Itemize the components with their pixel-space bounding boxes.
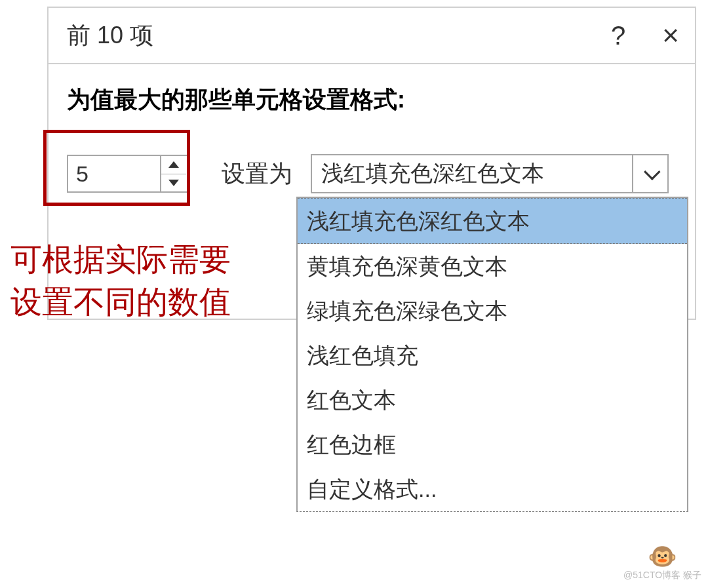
spinner-buttons [160, 156, 186, 191]
annotation-text: 可根据实际需要 设置不同的数值 [10, 239, 231, 324]
dropdown-option[interactable]: 黄填充色深黄色文本 [298, 244, 687, 288]
control-row: 设置为 [67, 154, 677, 193]
monkey-icon: 🐵 [648, 545, 677, 568]
dialog-title: 前 10 项 [67, 20, 611, 52]
caret-up-icon [168, 161, 179, 168]
close-icon[interactable]: × [662, 21, 679, 50]
count-spinner [67, 155, 189, 193]
dropdown-option[interactable]: 浅红色填充 [298, 333, 687, 378]
watermark: 🐵 @51CTO博客 猴子 [623, 545, 701, 581]
annotation-line2: 设置不同的数值 [10, 281, 231, 324]
spinner-down-button[interactable] [161, 174, 186, 192]
count-input[interactable] [68, 156, 160, 191]
format-field[interactable] [312, 155, 632, 192]
dialog-instruction: 为值最大的那些单元格设置格式: [67, 84, 677, 116]
title-controls: ? × [611, 21, 679, 50]
dialog-body: 为值最大的那些单元格设置格式: 设置为 [49, 64, 695, 193]
dropdown-option[interactable]: 绿填充色深绿色文本 [298, 288, 687, 333]
format-dropdown: 浅红填充色深红色文本 黄填充色深黄色文本 绿填充色深绿色文本 浅红色填充 红色文… [296, 197, 688, 512]
dialog-titlebar: 前 10 项 ? × [49, 8, 695, 64]
chevron-down-icon [644, 163, 660, 180]
dropdown-option[interactable]: 浅红填充色深红色文本 [298, 198, 687, 244]
caret-down-icon [168, 180, 179, 186]
help-icon[interactable]: ? [611, 22, 625, 49]
set-to-label: 设置为 [222, 158, 292, 190]
dropdown-option[interactable]: 红色边框 [298, 422, 687, 467]
combo-toggle-button[interactable] [632, 155, 667, 192]
spinner-up-button[interactable] [161, 156, 186, 174]
watermark-text: @51CTO博客 猴子 [623, 570, 701, 581]
format-combobox[interactable] [311, 154, 669, 193]
dropdown-option[interactable]: 红色文本 [298, 378, 687, 422]
annotation-line1: 可根据实际需要 [10, 239, 231, 281]
dropdown-option[interactable]: 自定义格式... [298, 467, 687, 511]
